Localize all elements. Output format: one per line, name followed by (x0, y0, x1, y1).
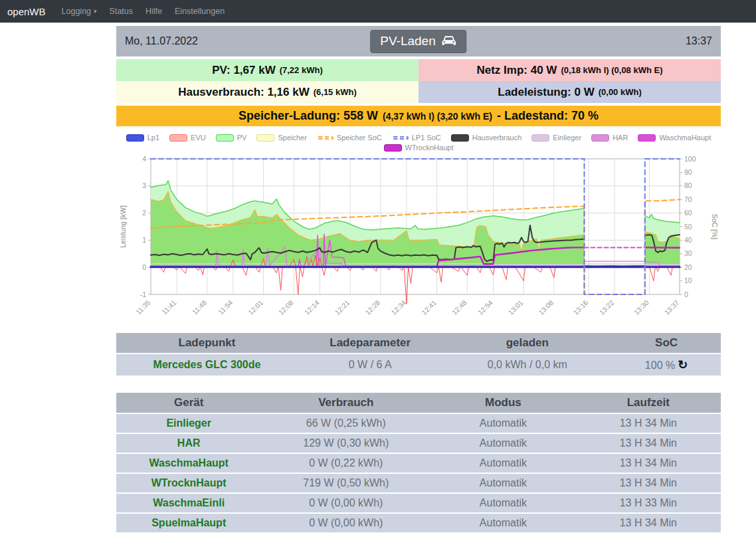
vehicle-name[interactable]: Mercedes GLC 300de (116, 354, 298, 376)
legend-label: Speicher SoC (337, 134, 382, 142)
legend-item-speicher-soc[interactable]: Speicher SoC (317, 134, 382, 142)
legend-label: PV (237, 134, 247, 142)
legend-label: WaschmaHaupt (659, 134, 711, 142)
svg-text:-1: -1 (140, 290, 146, 298)
device-consumption: 719 W (0,50 kWh) (261, 474, 430, 492)
grid-power: Netz Imp: 40 W (476, 64, 557, 77)
device-runtime: 13 H 34 Min (576, 474, 721, 492)
col-soc: SoC (612, 333, 721, 353)
table-row: HAR 129 W (0,30 kWh) Automatik 13 H 34 M… (116, 434, 721, 453)
svg-text:12:28: 12:28 (363, 298, 381, 316)
legend-swatch (392, 136, 409, 140)
legend-swatch (256, 134, 274, 142)
nav-item-logging[interactable]: Logging ▾ (62, 7, 97, 16)
device-consumption: 129 W (0,30 kWh) (261, 434, 430, 453)
svg-text:11:35: 11:35 (134, 298, 152, 316)
legend-item-lp1-soc[interactable]: LP1 SoC (392, 134, 441, 142)
legend-item-speicher[interactable]: Speicher (256, 134, 306, 142)
table-row: WaschmaHaupt 0 W (0,22 kWh) Automatik 13… (116, 454, 721, 473)
power-soc-chart: -101234010203040506070809010011:3511:411… (116, 154, 721, 328)
svg-text:100: 100 (684, 155, 696, 163)
nav-item-status[interactable]: Status (110, 7, 133, 16)
svg-text:11:41: 11:41 (160, 298, 178, 316)
device-name[interactable]: WaschmaEinli (116, 494, 261, 512)
svg-text:13:16: 13:16 (571, 298, 589, 316)
svg-text:70: 70 (684, 195, 692, 203)
legend-swatch (169, 134, 187, 142)
vehicle-soc-value: 100 % (645, 360, 675, 371)
house-energy: (6,15 kWh) (314, 87, 357, 97)
legend-item-waschmahaupt[interactable]: WaschmaHaupt (638, 134, 711, 142)
legend-swatch (591, 134, 609, 142)
legend-item-pv[interactable]: PV (216, 134, 247, 142)
device-name[interactable]: HAR (116, 434, 261, 453)
pv-status-box: PV: 1,67 kW (7,22 kWh) (116, 59, 419, 81)
charged-amount: 0,0 kWh / 0,0 km (442, 354, 612, 376)
legend-item-einlieger[interactable]: Einlieger (531, 134, 581, 142)
charge-energy: (0,00 kWh) (599, 87, 642, 97)
col-laufzeit: Laufzeit (576, 393, 721, 413)
svg-text:11:48: 11:48 (191, 298, 209, 316)
devices-table: Gerät Verbrauch Modus Laufzeit Einlieger… (116, 391, 721, 534)
battery-energy: (4,37 kWh I) (3,20 kWh E) (383, 111, 492, 122)
soc-refresh-icon[interactable]: ↻ (678, 358, 688, 372)
col-ladeparameter: Ladeparameter (298, 333, 442, 353)
svg-text:3: 3 (142, 181, 146, 189)
legend-label: Einlieger (553, 134, 581, 142)
chart-legend: Lp1EVUPVSpeicherSpeicher SoCLP1 SoCHausv… (116, 134, 721, 152)
charge-mode-button[interactable]: PV-Laden (370, 30, 466, 53)
vehicle-soc: 100 %↻ (612, 354, 721, 376)
svg-text:Leistung [kW]: Leistung [kW] (119, 205, 127, 248)
table-header-row: Gerät Verbrauch Modus Laufzeit (116, 393, 721, 413)
nav-item-hilfe[interactable]: Hilfe (145, 7, 162, 16)
device-consumption: 0 W (0,00 kWh) (261, 514, 430, 532)
device-name[interactable]: SpuelmaHaupt (116, 514, 261, 532)
device-name[interactable]: Einlieger (116, 414, 261, 433)
legend-item-evu[interactable]: EVU (169, 134, 206, 142)
car-icon (442, 35, 457, 47)
device-runtime: 13 H 34 Min (576, 514, 721, 532)
device-name[interactable]: WTrocknHaupt (116, 474, 261, 492)
legend-label: EVU (191, 134, 206, 142)
svg-text:1: 1 (142, 236, 146, 244)
legend-label: Lp1 (147, 134, 159, 142)
device-name[interactable]: WaschmaHaupt (116, 454, 261, 473)
svg-text:13:30: 13:30 (632, 298, 650, 316)
charge-mode-label: PV-Laden (380, 34, 435, 49)
svg-text:0: 0 (142, 263, 146, 271)
device-runtime: 13 H 34 Min (576, 454, 721, 473)
svg-text:50: 50 (684, 223, 692, 231)
legend-label: LP1 SoC (412, 134, 441, 142)
legend-item-har[interactable]: HAR (591, 134, 628, 142)
legend-item-hausverbrauch[interactable]: Hausverbrauch (451, 134, 522, 142)
device-runtime: 13 H 34 Min (576, 434, 721, 453)
battery-power: Speicher-Ladung: 558 W (238, 109, 378, 123)
svg-text:12:48: 12:48 (450, 298, 468, 316)
grid-energy: (0,18 kWh I) (0,08 kWh E) (561, 65, 662, 75)
svg-text:SoC [%]: SoC [%] (711, 214, 719, 240)
legend-item-lp1[interactable]: Lp1 (126, 134, 159, 142)
legend-item-wtrocknhaupt[interactable]: WTrocknHaupt (384, 144, 454, 152)
main-content: Mo, 11.07.2022 PV-Laden 13:37 PV: 1,67 k… (116, 26, 721, 534)
grid-status-box: Netz Imp: 40 W (0,18 kWh I) (0,08 kWh E) (419, 59, 721, 81)
svg-text:12:14: 12:14 (303, 298, 321, 316)
power-chart-card: Lp1EVUPVSpeicherSpeicher SoCLP1 SoCHausv… (116, 126, 721, 328)
svg-text:10: 10 (684, 276, 692, 284)
house-power: Hausverbrauch: 1,16 kW (178, 86, 309, 99)
svg-text:13:08: 13:08 (537, 298, 555, 316)
nav-item-einstellungen[interactable]: Einstellungen (175, 7, 225, 16)
col-geladen: geladen (442, 333, 612, 353)
table-row: WaschmaEinli 0 W (0,00 kWh) Automatik 13… (116, 494, 721, 512)
device-runtime: 13 H 34 Min (576, 414, 721, 433)
table-row: SpuelmaHaupt 0 W (0,00 kWh) Automatik 13… (116, 514, 721, 532)
svg-text:13:37: 13:37 (662, 298, 680, 316)
svg-text:80: 80 (684, 181, 692, 189)
device-consumption: 0 W (0,22 kWh) (261, 454, 430, 473)
device-consumption: 0 W (0,00 kWh) (261, 494, 430, 512)
brand-openwb[interactable]: openWB (7, 6, 46, 17)
svg-text:12:54: 12:54 (476, 298, 494, 316)
col-modus: Modus (430, 393, 575, 413)
legend-label: HAR (613, 134, 628, 142)
status-boxes: PV: 1,67 kW (7,22 kWh) Netz Imp: 40 W (0… (116, 59, 721, 103)
charge-parameter: 0 W / 6 A (298, 354, 442, 376)
